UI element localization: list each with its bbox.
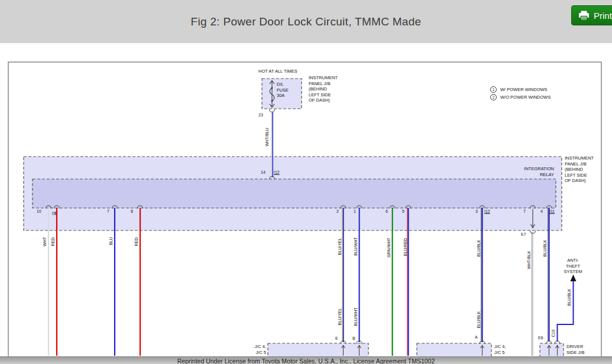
connector-i11: I11 — [549, 209, 555, 214]
wire-label-blu-blk-upper-1: BLU/BLK — [477, 240, 481, 257]
driver-side-jb-label: DRIVER SIDE J/B — [566, 344, 584, 355]
legend-label-1: W/ POWER WINDOWS — [500, 87, 548, 92]
wire-label-wht-blu: WHT/BLU — [265, 128, 269, 147]
pin-3: 3 — [475, 209, 478, 214]
fuse-name-label: D/L FUSE 30A — [277, 82, 289, 99]
connector-e7: E7 — [521, 232, 526, 238]
wire-blu-blk-driver — [548, 208, 549, 342]
jc-left-label: J/C 4, J/C 5 — [242, 344, 266, 355]
hot-at-all-times-label: HOT AT ALL TIMES — [258, 69, 297, 74]
connector-c10: C10 — [551, 330, 555, 337]
anti-theft-arrowhead — [571, 275, 577, 282]
pin-10: 10 — [37, 209, 41, 214]
wire-label-grn-wht: GRN/WHT — [387, 238, 391, 257]
anti-theft-system-label: ANTI- THEFT SYSTEM — [556, 258, 590, 275]
wire-blu-blk-jc — [481, 208, 483, 342]
pin-7-left: 7 — [107, 209, 109, 214]
pin-6: 6 — [386, 209, 388, 214]
wire-blu-yel — [342, 208, 344, 342]
connector-i12: I12 — [484, 209, 490, 214]
app-window: Fig 2: Power Door Lock Circuit, TMMC Mad… — [0, 0, 612, 364]
pin-4: 4 — [540, 209, 543, 214]
wire-label-wht-blk: WHT/BLK — [527, 251, 531, 269]
wire-label-blu-blk-upper-2: BLU/BLK — [543, 240, 547, 257]
wire-blu-blk-antitheft — [558, 275, 577, 342]
connector-i2: I2 — [51, 212, 56, 215]
wire-label-wht: WHT — [43, 237, 47, 246]
wire-wht-blu — [272, 112, 273, 177]
pin-2: 2 — [336, 209, 339, 214]
legend-item-1: 1 W/ POWER WINDOWS — [490, 86, 548, 93]
legend-item-2: 2 W/O POWER WINDOWS — [490, 94, 551, 100]
integration-relay-box — [33, 179, 556, 208]
relay-top-pin: 14 — [261, 170, 265, 176]
integration-relay-label: INTEGRATION RELAY — [506, 166, 554, 177]
legend-circle-1: 1 — [490, 86, 497, 93]
wire-label-blu-wht-lower: BLU/WHT — [354, 307, 358, 326]
wire-label-blu-yel-upper: BLU/YEL — [338, 238, 342, 255]
legend-label-2: W/O POWER WINDOWS — [500, 95, 551, 100]
fuse-pin-label: 23 — [258, 113, 263, 118]
relay-location-label: INSTRUMENT PANEL J/B (BEHIND LEFT SIDE O… — [565, 155, 594, 184]
wire-label-blu-wht-upper: BLU/WHT — [354, 237, 358, 256]
wire-label-blu-yel-lower: BLU/YEL — [338, 308, 342, 326]
footer-bar: Reprinted Under License from Toyota Moto… — [0, 356, 612, 364]
wire-label-blu: BLU — [109, 237, 113, 245]
legend-circle-2: 2 — [490, 94, 497, 100]
pin-e: E — [335, 336, 338, 342]
wire-grn-wht — [391, 208, 393, 356]
wire-label-red-2: RED — [134, 238, 138, 246]
fuse-location-label: INSTRUMENT PANEL J/B (BEHIND LEFT SIDE O… — [309, 75, 338, 103]
pin-a: A — [475, 335, 478, 340]
wire-label-red-1: RED — [51, 238, 55, 246]
pin-7-right: 7 — [523, 209, 526, 214]
relay-top-connector: I12 — [274, 170, 280, 176]
wiring-diagram-canvas — [0, 0, 612, 364]
pin-1: 1 — [354, 209, 356, 214]
wire-blu-wht — [358, 208, 360, 342]
pin-8: 8 — [131, 209, 133, 214]
pin-b: B — [352, 336, 355, 342]
wire-label-blu-blk-lower: BLU/BLK — [477, 311, 481, 329]
jc-right-label: J/C 4, J/C 5 — [494, 344, 506, 355]
wire-label-blu-blk-antitheft: BLU/BLK — [567, 289, 571, 306]
connector-e6: E6 — [538, 336, 543, 341]
license-text: Reprinted Under License from Toyota Moto… — [0, 358, 612, 364]
wire-label-blu-red: BLU/RED — [403, 238, 407, 256]
pin-5: 5 — [402, 209, 404, 214]
wire-blu-red — [407, 208, 409, 356]
wire-wht-blk — [532, 232, 533, 356]
